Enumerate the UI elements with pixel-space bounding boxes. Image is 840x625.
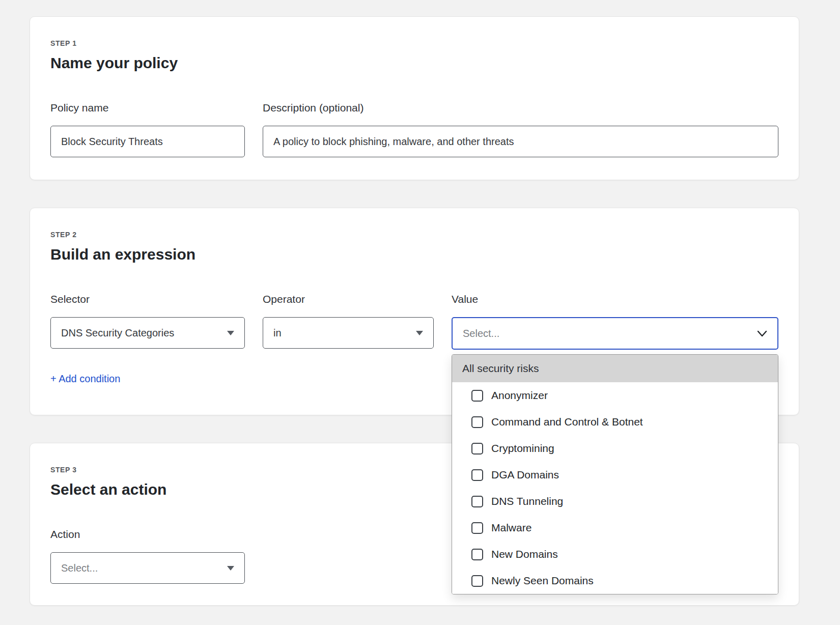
description-input[interactable] bbox=[263, 126, 778, 157]
operator-field: Operator in bbox=[263, 293, 434, 350]
step1-title: Name your policy bbox=[50, 54, 778, 72]
action-field: Action Select... bbox=[50, 528, 245, 584]
option-label: Anonymizer bbox=[491, 389, 548, 402]
dropdown-option-new-domains[interactable]: New Domains bbox=[452, 541, 778, 567]
policy-name-label: Policy name bbox=[50, 101, 245, 115]
policy-name-field: Policy name bbox=[50, 101, 245, 157]
checkbox-cryptomining[interactable] bbox=[471, 443, 483, 454]
checkbox-command-and-control-botnet[interactable] bbox=[471, 416, 483, 428]
dropdown-option-dns-tunneling[interactable]: DNS Tunneling bbox=[452, 488, 778, 515]
checkbox-new-domains[interactable] bbox=[471, 549, 483, 560]
value-dropdown-panel: All security risks Anonymizer Command an… bbox=[452, 354, 778, 594]
step1-fields-row: Policy name Description (optional) bbox=[50, 101, 778, 157]
step2-label: STEP 2 bbox=[50, 231, 778, 239]
step2-card: STEP 2 Build an expression Selector DNS … bbox=[30, 208, 799, 415]
operator-select[interactable]: in bbox=[263, 317, 434, 349]
action-label: Action bbox=[50, 528, 245, 541]
option-label: DGA Domains bbox=[491, 469, 559, 481]
description-field: Description (optional) bbox=[263, 101, 778, 157]
dropdown-option-command-and-control-botnet[interactable]: Command and Control & Botnet bbox=[452, 409, 778, 435]
value-select[interactable]: Select... bbox=[452, 317, 778, 350]
option-label: DNS Tunneling bbox=[491, 495, 563, 507]
checkbox-anonymizer[interactable] bbox=[471, 390, 483, 402]
selector-select-value: DNS Security Categories bbox=[61, 327, 174, 339]
dropdown-option-anonymizer[interactable]: Anonymizer bbox=[452, 382, 778, 409]
dropdown-group-header[interactable]: All security risks bbox=[452, 355, 778, 382]
dropdown-arrow-icon bbox=[416, 331, 423, 335]
step2-title: Build an expression bbox=[50, 246, 778, 263]
option-label: Malware bbox=[491, 522, 531, 534]
operator-select-value: in bbox=[273, 327, 282, 339]
value-select-placeholder: Select... bbox=[463, 328, 499, 339]
chevron-down-icon bbox=[757, 330, 767, 337]
checkbox-dga-domains[interactable] bbox=[471, 469, 483, 481]
selector-select[interactable]: DNS Security Categories bbox=[50, 317, 245, 349]
dropdown-option-dga-domains[interactable]: DGA Domains bbox=[452, 462, 778, 488]
operator-label: Operator bbox=[263, 293, 434, 306]
description-label: Description (optional) bbox=[263, 101, 778, 115]
option-label: Command and Control & Botnet bbox=[491, 416, 643, 428]
value-field: Value Select... All security risks Anony… bbox=[452, 293, 778, 350]
option-label: New Domains bbox=[491, 548, 558, 560]
option-label: Newly Seen Domains bbox=[491, 575, 594, 587]
dropdown-arrow-icon bbox=[227, 566, 234, 571]
value-label: Value bbox=[452, 293, 778, 306]
step1-label: STEP 1 bbox=[50, 39, 778, 47]
selector-field: Selector DNS Security Categories bbox=[50, 293, 245, 350]
dropdown-arrow-icon bbox=[227, 331, 234, 335]
dropdown-option-newly-seen-domains[interactable]: Newly Seen Domains bbox=[452, 567, 778, 594]
action-select-placeholder: Select... bbox=[61, 562, 98, 574]
selector-label: Selector bbox=[50, 293, 245, 306]
checkbox-malware[interactable] bbox=[471, 522, 483, 534]
step1-card: STEP 1 Name your policy Policy name Desc… bbox=[30, 16, 799, 180]
dropdown-option-cryptomining[interactable]: Cryptomining bbox=[452, 435, 778, 462]
policy-name-input[interactable] bbox=[50, 126, 245, 157]
checkbox-newly-seen-domains[interactable] bbox=[471, 575, 483, 587]
expression-row: Selector DNS Security Categories Operato… bbox=[50, 293, 778, 350]
option-label: Cryptomining bbox=[491, 442, 554, 454]
add-condition-link[interactable]: + Add condition bbox=[50, 373, 120, 385]
checkbox-dns-tunneling[interactable] bbox=[471, 496, 483, 507]
dropdown-option-malware[interactable]: Malware bbox=[452, 515, 778, 541]
action-select[interactable]: Select... bbox=[50, 552, 245, 584]
